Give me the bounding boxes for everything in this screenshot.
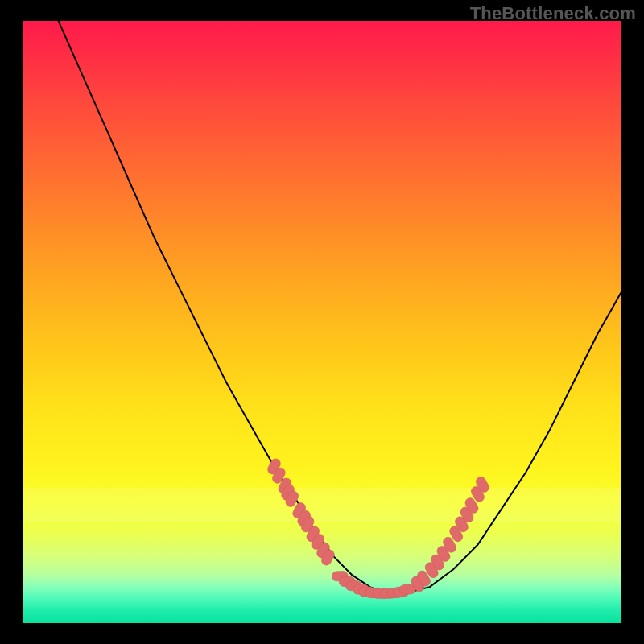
curve-markers [266, 457, 491, 599]
chart-frame [23, 21, 621, 623]
watermark-text: TheBottleneck.com [470, 3, 636, 24]
chart-svg [23, 21, 621, 623]
bottleneck-curve [59, 21, 621, 593]
